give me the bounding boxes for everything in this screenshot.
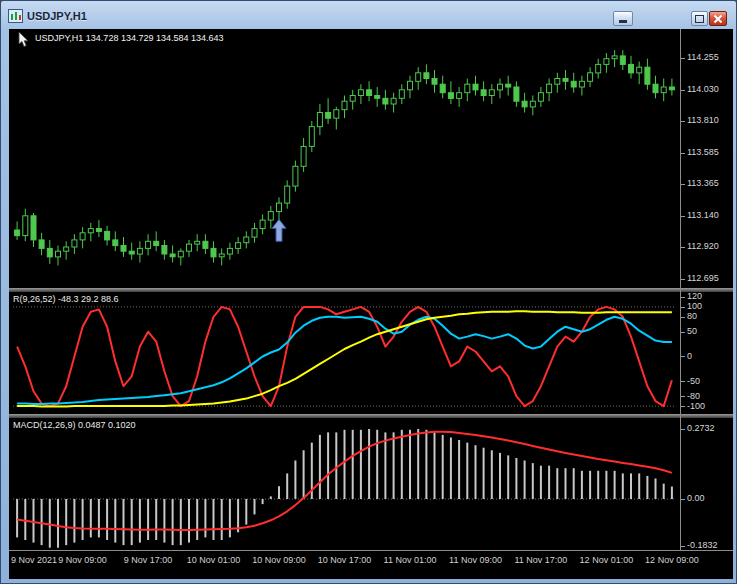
macd-label: MACD(12,26,9) 0.0487 0.1020 xyxy=(13,420,136,430)
minimize-button[interactable] xyxy=(613,11,633,26)
restore-button[interactable] xyxy=(691,11,708,26)
close-icon xyxy=(713,14,723,24)
time-axis-separator xyxy=(9,550,733,551)
axis-tick-mark xyxy=(681,307,685,308)
price-tick-label: 80 xyxy=(687,311,697,321)
time-axis-label: 11 Nov 01:00 xyxy=(384,555,437,565)
axis-tick-mark xyxy=(681,121,685,122)
axis-tick-mark xyxy=(681,546,685,547)
up-arrow-object xyxy=(272,219,286,241)
price-tick-label: 113.140 xyxy=(687,210,719,220)
price-tick-label: -80 xyxy=(687,391,700,401)
ohlc-readout: USDJPY,H1 134.728 134.729 134.584 134.64… xyxy=(35,33,224,43)
axis-tick-mark xyxy=(681,279,685,280)
chart-window: USDJPY,H1 USDJPY,H1 134.728 134.729 134.… xyxy=(0,0,737,584)
price-tick-label: 0.00 xyxy=(687,493,705,503)
axis-tick-mark xyxy=(681,216,685,217)
axis-tick-mark xyxy=(681,396,685,397)
price-tick-label: -100 xyxy=(687,401,705,411)
price-tick-label: 0.2732 xyxy=(687,423,715,433)
chart-window-icon xyxy=(8,9,23,23)
time-axis-label: 9 Nov 09:00 xyxy=(58,555,107,565)
price-tick-label: 113.585 xyxy=(687,147,719,157)
axis-tick-mark xyxy=(681,90,685,91)
price-tick-label: 112.920 xyxy=(687,241,719,251)
cursor-icon xyxy=(18,32,30,48)
axis-tick-mark xyxy=(681,247,685,248)
price-tick-label: 112.695 xyxy=(687,273,719,283)
time-axis-label: 12 Nov 09:00 xyxy=(645,555,699,565)
time-axis-label: 11 Nov 17:00 xyxy=(514,555,567,565)
title-bar[interactable]: USDJPY,H1 xyxy=(5,3,732,28)
price-tick-label: 114.255 xyxy=(687,52,719,62)
axis-tick-mark xyxy=(681,381,685,382)
window-title: USDJPY,H1 xyxy=(27,10,87,22)
axis-tick-mark xyxy=(681,332,685,333)
axis-tick-mark xyxy=(681,356,685,357)
price-tick-label: 50 xyxy=(687,326,697,336)
axis-tick-mark xyxy=(681,297,685,298)
panel-divider[interactable] xyxy=(9,414,733,418)
close-button[interactable] xyxy=(709,11,727,26)
time-axis-label: 10 Nov 17:00 xyxy=(318,555,372,565)
price-tick-label: 100 xyxy=(687,301,702,311)
price-tick-label: 0 xyxy=(687,351,692,361)
price-tick-label: 114.030 xyxy=(687,84,719,94)
time-axis-label: 9 Nov 17:00 xyxy=(124,555,173,565)
panel-divider[interactable] xyxy=(9,288,733,292)
axis-tick-mark xyxy=(681,58,685,59)
price-tick-label: 113.810 xyxy=(687,115,719,125)
chart-area[interactable]: USDJPY,H1 134.728 134.729 134.584 134.64… xyxy=(9,29,733,579)
price-tick-label: -0.1832 xyxy=(687,540,718,550)
price-tick-label: 120 xyxy=(687,291,702,301)
time-axis-label: 9 Nov 2021 xyxy=(11,555,57,565)
restore-icon xyxy=(695,15,704,23)
axis-tick-mark xyxy=(681,406,685,407)
axis-tick-mark xyxy=(681,429,685,430)
oscillator-label: R(9,26,52) -48.3 29.2 88.6 xyxy=(13,294,119,304)
chart-canvas[interactable] xyxy=(9,29,733,579)
minimize-icon xyxy=(619,20,627,23)
time-axis-label: 10 Nov 09:00 xyxy=(252,555,306,565)
price-axis-separator xyxy=(680,29,681,551)
axis-tick-mark xyxy=(681,153,685,154)
time-axis-label: 12 Nov 01:00 xyxy=(580,555,634,565)
price-tick-label: 113.365 xyxy=(687,178,719,188)
time-axis-label: 10 Nov 01:00 xyxy=(187,555,241,565)
price-tick-label: -50 xyxy=(687,376,700,386)
axis-tick-mark xyxy=(681,184,685,185)
axis-tick-mark xyxy=(681,499,685,500)
time-axis-label: 11 Nov 09:00 xyxy=(449,555,502,565)
axis-tick-mark xyxy=(681,317,685,318)
